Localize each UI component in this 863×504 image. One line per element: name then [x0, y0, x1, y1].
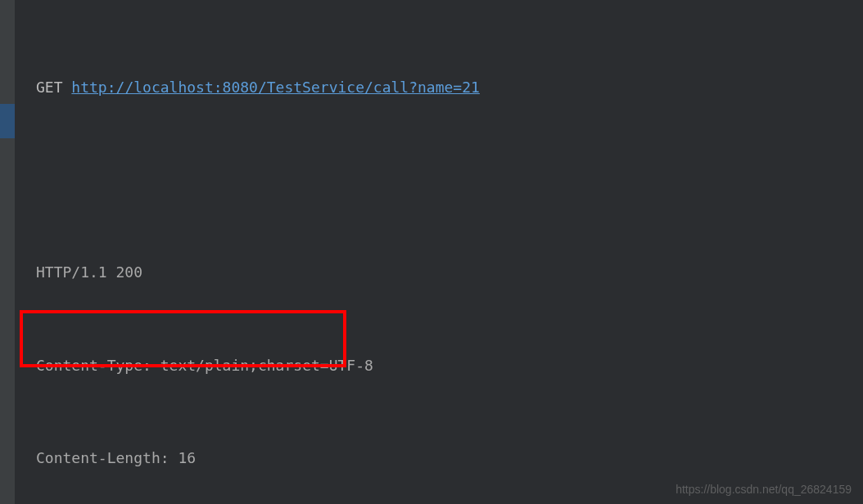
blank-line	[36, 164, 533, 196]
watermark-text: https://blog.csdn.net/qq_26824159	[675, 483, 852, 496]
request-line: GET http://localhost:8080/TestService/ca…	[36, 72, 533, 103]
request-url[interactable]: http://localhost:8080/TestService/call?n…	[71, 79, 480, 96]
header-name: Content-Type:	[36, 357, 151, 374]
header-value: 16	[178, 449, 196, 466]
editor-gutter	[0, 0, 15, 504]
header-value: text/plain;charset=UTF-8	[160, 357, 373, 374]
http-console-output: GET http://localhost:8080/TestService/ca…	[36, 10, 533, 504]
header-content-length: Content-Length: 16	[36, 443, 533, 474]
header-name: Content-Length:	[36, 449, 169, 466]
http-method: GET	[36, 79, 63, 96]
header-content-type: Content-Type: text/plain;charset=UTF-8	[36, 350, 533, 381]
current-line-indicator	[0, 104, 15, 138]
status-line: HTTP/1.1 200	[36, 257, 533, 288]
